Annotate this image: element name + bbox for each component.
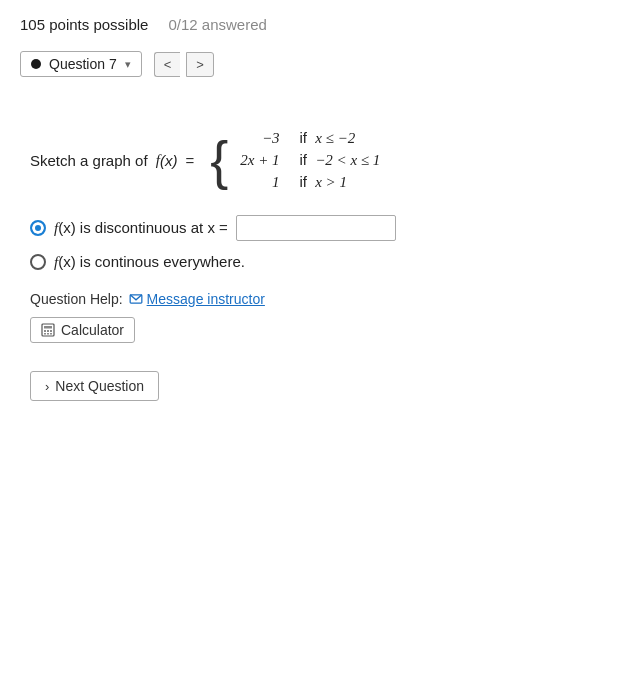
question-content: Sketch a graph of f (x) = { −3 if x ≤ −2…	[20, 101, 609, 411]
svg-rect-3	[44, 330, 46, 332]
question-selector[interactable]: Question 7 ▾	[20, 51, 142, 77]
svg-rect-7	[47, 333, 49, 335]
mail-icon	[129, 294, 143, 304]
calculator-icon	[41, 323, 55, 337]
left-brace: {	[210, 129, 228, 191]
case-condition-3: if x > 1	[300, 173, 381, 191]
message-instructor-link[interactable]: Message instructor	[129, 291, 265, 307]
calculator-button[interactable]: Calculator	[30, 317, 135, 343]
header-bar: 105 points possible 0/12 answered	[20, 16, 609, 33]
points-label: 105 points possible	[20, 16, 148, 33]
question-dot	[31, 59, 41, 69]
discontinuous-input[interactable]	[236, 215, 396, 241]
help-label: Question Help:	[30, 291, 123, 307]
option2-label: f(x) is continous everywhere.	[54, 253, 245, 271]
svg-rect-6	[44, 333, 46, 335]
dropdown-arrow: ▾	[125, 58, 131, 71]
brace-wrapper: { −3 if x ≤ −2 2x + 1 if −2 < x ≤ 1 1 if…	[210, 129, 380, 191]
question-label: Question 7	[49, 56, 117, 72]
radio-discontinuous[interactable]	[30, 220, 46, 236]
radio-continuous[interactable]	[30, 254, 46, 270]
next-arrow: ›	[45, 379, 49, 394]
prev-question-button[interactable]: <	[154, 52, 181, 77]
option1-label: f(x) is discontinuous at x =	[54, 219, 228, 237]
case-condition-1: if x ≤ −2	[300, 129, 381, 147]
next-question-label: Next Question	[55, 378, 144, 394]
option-continuous[interactable]: f(x) is continous everywhere.	[30, 253, 589, 271]
sketch-label: Sketch a graph of f (x) =	[30, 152, 202, 169]
next-question-button[interactable]: › Next Question	[30, 371, 159, 401]
case-value-3: 1	[240, 174, 279, 191]
case-condition-2: if −2 < x ≤ 1	[300, 151, 381, 169]
message-instructor-label: Message instructor	[147, 291, 265, 307]
case-value-1: −3	[240, 130, 279, 147]
sketch-text: Sketch a graph of	[30, 152, 152, 169]
calculator-label: Calculator	[61, 322, 124, 338]
answered-label: 0/12 answered	[168, 16, 266, 33]
answer-options: f(x) is discontinuous at x = f(x) is con…	[30, 215, 589, 271]
option-discontinuous[interactable]: f(x) is discontinuous at x =	[30, 215, 589, 241]
svg-rect-2	[44, 326, 52, 329]
paren-x: (x)	[160, 152, 178, 169]
cases-table: −3 if x ≤ −2 2x + 1 if −2 < x ≤ 1 1 if x…	[240, 129, 380, 191]
next-nav-button[interactable]: >	[186, 52, 214, 77]
case-value-2: 2x + 1	[240, 152, 279, 169]
equals-sign: =	[185, 152, 194, 169]
piecewise-function: Sketch a graph of f (x) = { −3 if x ≤ −2…	[30, 129, 589, 191]
svg-rect-8	[50, 333, 52, 335]
svg-rect-5	[50, 330, 52, 332]
question-help: Question Help: Message instructor	[30, 291, 589, 307]
svg-rect-4	[47, 330, 49, 332]
